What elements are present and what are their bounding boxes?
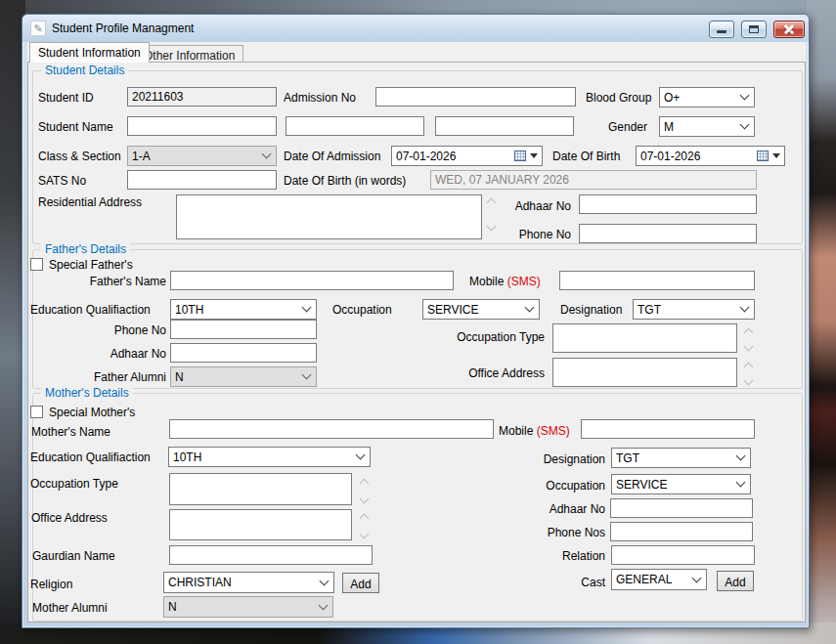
mother-alumni-select[interactable]: N: [163, 596, 333, 618]
sms-label-text: (SMS): [507, 275, 541, 288]
cast-value: GENERAL: [616, 573, 672, 586]
mother-occupation-type-field[interactable]: [169, 473, 352, 505]
mothers-name-field[interactable]: [169, 419, 494, 439]
chevron-down-icon: [740, 91, 750, 101]
father-mobile-field[interactable]: [559, 271, 755, 290]
blood-group-select[interactable]: O+: [659, 87, 755, 107]
father-alumni-label: Father Alumni: [28, 370, 166, 384]
desktop: ✎ Student Profile Managment Student Info…: [0, 0, 836, 644]
maximize-button[interactable]: [741, 21, 767, 38]
mother-mobile-label: Mobile (SMS): [499, 424, 570, 438]
relation-field[interactable]: [611, 545, 755, 565]
date-of-birth-picker[interactable]: 07-01-2026: [636, 146, 785, 166]
chevron-down-icon: [740, 303, 750, 313]
father-adhaar-no-label: Adhaar No: [28, 347, 166, 361]
class-section-value: 1-A: [132, 150, 151, 163]
student-id-label: Student ID: [38, 91, 94, 105]
chevron-down-icon: [692, 573, 702, 582]
chevron-down-icon: [736, 478, 746, 488]
mother-mobile-field[interactable]: [581, 419, 755, 439]
mother-designation-select[interactable]: TGT: [611, 448, 751, 468]
student-first-name-field[interactable]: [127, 116, 277, 136]
father-designation-select[interactable]: TGT: [633, 299, 755, 320]
father-office-address-label: Office Address: [380, 366, 545, 380]
father-phone-no-field[interactable]: [170, 320, 317, 339]
special-mothers-checkbox[interactable]: [30, 406, 43, 418]
father-occupation-select[interactable]: SERVICE: [422, 299, 540, 320]
sats-no-field[interactable]: [127, 170, 277, 190]
mother-office-address-field[interactable]: [169, 509, 352, 540]
father-occupation-type-label: Occupation Type: [380, 330, 545, 344]
calendar-icon: [514, 150, 526, 161]
mobile-label-text: Mobile: [499, 424, 533, 438]
mother-designation-label: Designation: [439, 452, 605, 466]
father-alumni-select[interactable]: N: [170, 366, 317, 387]
mother-occupation-label: Occupation: [439, 479, 605, 493]
mother-occupation-value: SERVICE: [616, 478, 667, 492]
student-last-name-field[interactable]: [435, 116, 574, 136]
close-icon: [774, 21, 804, 37]
minimize-button[interactable]: [709, 21, 734, 38]
father-occupation-label: Occupation: [332, 303, 392, 317]
special-mothers-label: Special Mother's: [49, 406, 135, 419]
window-body: Student Information Other Information St…: [27, 42, 806, 623]
special-fathers-checkbox[interactable]: [30, 258, 43, 271]
chevron-down-icon: [740, 120, 750, 130]
residential-address-field[interactable]: [176, 194, 482, 239]
father-phone-no-label: Phone No: [28, 323, 166, 337]
father-designation-label: Designation: [560, 303, 622, 317]
mother-adhaar-no-field[interactable]: [610, 498, 753, 518]
mothers-name-label: Mother's Name: [31, 425, 110, 439]
date-of-admission-label: Date Of Admission: [284, 150, 380, 163]
residential-address-label: Residential Address: [38, 195, 142, 209]
chevron-down-icon: [320, 576, 330, 585]
father-adhaar-no-field[interactable]: [170, 343, 317, 363]
special-fathers-label: Special Father's: [49, 258, 133, 272]
chevron-down-icon: [262, 150, 272, 159]
father-mobile-label: Mobile (SMS): [469, 275, 541, 288]
student-adhaar-no-field[interactable]: [579, 194, 757, 214]
father-education-select[interactable]: 10TH: [170, 299, 317, 320]
class-section-select[interactable]: 1-A: [127, 146, 277, 166]
minimize-icon: [717, 30, 726, 33]
father-occupation-type-field[interactable]: [552, 323, 737, 353]
date-of-admission-picker[interactable]: 07-01-2026: [391, 146, 543, 166]
mother-alumni-label: Mother Alumni: [32, 601, 108, 615]
mother-occupation-select[interactable]: SERVICE: [611, 474, 751, 494]
student-id-field[interactable]: [127, 87, 277, 107]
mother-education-select[interactable]: 10TH: [168, 447, 371, 467]
mother-occupation-type-label: Occupation Type: [30, 477, 118, 491]
date-of-birth-value: 07-01-2026: [640, 150, 757, 163]
dropdown-arrow-icon: [530, 153, 538, 158]
father-office-address-field[interactable]: [552, 358, 737, 387]
student-name-label: Student Name: [38, 120, 113, 134]
titlebar[interactable]: ✎ Student Profile Managment: [22, 15, 809, 42]
chevron-down-icon: [302, 370, 312, 380]
tab-student-information[interactable]: Student Information: [29, 42, 150, 63]
father-designation-value: TGT: [638, 303, 661, 317]
tab-other-information[interactable]: Other Information: [135, 45, 243, 63]
religion-add-button[interactable]: Add: [342, 573, 379, 593]
religion-select[interactable]: CHRISTIAN: [163, 572, 334, 593]
close-button[interactable]: [773, 21, 805, 38]
blood-group-value: O+: [664, 91, 680, 105]
fathers-name-field[interactable]: [170, 271, 454, 290]
window-title: Student Profile Managment: [52, 21, 194, 35]
father-alumni-value: N: [175, 370, 184, 384]
gender-select[interactable]: M: [659, 116, 755, 137]
mother-alumni-value: N: [168, 600, 177, 614]
mother-details-title: Mother's Details: [41, 386, 133, 400]
cast-select[interactable]: GENERAL: [611, 569, 707, 590]
admission-no-field[interactable]: [375, 87, 576, 107]
mother-education-value: 10TH: [173, 451, 201, 464]
student-details-title: Student Details: [41, 64, 128, 77]
chevron-down-icon: [525, 303, 535, 313]
guardian-name-field[interactable]: [169, 545, 373, 565]
cast-add-button[interactable]: Add: [717, 571, 754, 591]
mother-phone-nos-field[interactable]: [610, 522, 753, 541]
religion-label: Religion: [30, 578, 72, 591]
date-of-admission-value: 07-01-2026: [396, 150, 514, 163]
maximize-icon: [749, 25, 759, 33]
student-middle-name-field[interactable]: [286, 116, 424, 136]
student-phone-no-field[interactable]: [579, 224, 757, 243]
